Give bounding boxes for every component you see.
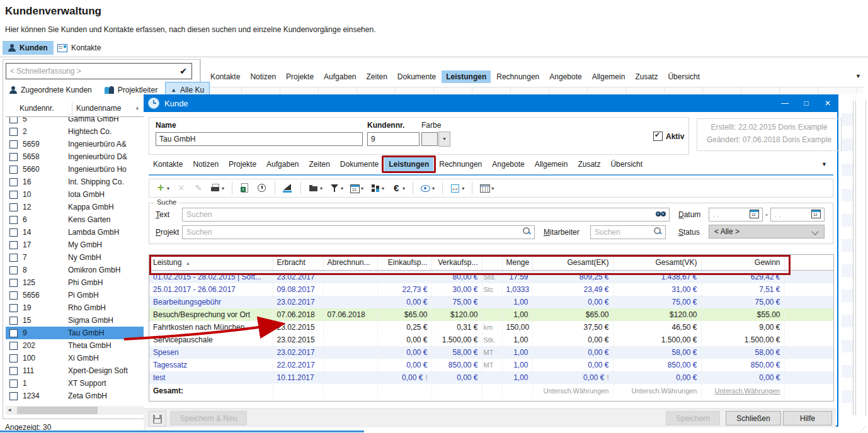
- dialog-titlebar[interactable]: Kunde — □ ✕: [144, 94, 838, 112]
- filter-button[interactable]: ▾: [328, 181, 345, 196]
- tab-leistungen[interactable]: Leistungen: [384, 157, 433, 171]
- tab-übersicht[interactable]: Übersicht: [606, 157, 647, 171]
- color-dropdown-button[interactable]: ▾: [438, 132, 450, 147]
- row-checkbox[interactable]: [9, 203, 18, 211]
- leistung-row[interactable]: Fahrtkosten nach München23.02.20150,25 €…: [149, 321, 833, 334]
- minimize-icon[interactable]: —: [774, 94, 796, 112]
- folder-button[interactable]: ▾: [307, 181, 324, 196]
- tab-kontakte[interactable]: Kontakte: [206, 70, 244, 83]
- eye-button[interactable]: ▾: [420, 181, 436, 196]
- row-checkbox[interactable]: [9, 166, 18, 174]
- assigned-customers-button[interactable]: Zugeordnete Kunden: [4, 82, 97, 98]
- resize-grip[interactable]: ⋰: [860, 425, 867, 432]
- maximize-icon[interactable]: □: [796, 94, 817, 112]
- row-checkbox[interactable]: [9, 254, 18, 262]
- chevron-down-icon[interactable]: ▼: [855, 73, 861, 79]
- projekt-search-input[interactable]: Suchen: [182, 225, 535, 239]
- row-checkbox[interactable]: [9, 317, 18, 325]
- leistung-row[interactable]: 25.01.2017 - 26.06.201709.08.201722,73 €…: [149, 283, 833, 296]
- save-icon-button[interactable]: [149, 411, 166, 427]
- tab-angebote[interactable]: Angebote: [545, 70, 586, 83]
- caret-down-icon[interactable]: ▾: [491, 186, 494, 191]
- tab-dokumente[interactable]: Dokumente: [393, 70, 440, 83]
- row-checkbox[interactable]: [9, 228, 18, 237]
- tab-kontakte[interactable]: Kontakte: [52, 41, 106, 55]
- calendar-icon[interactable]: [750, 210, 759, 218]
- table-button[interactable]: ▾: [479, 181, 495, 196]
- tab-zusatz[interactable]: Zusatz: [631, 70, 662, 83]
- table-header-row[interactable]: Leistung▲ Erbracht Abrechnun... Einkaufs…: [149, 255, 833, 271]
- text-search-input[interactable]: Suchen: [182, 208, 670, 222]
- row-checkbox[interactable]: [9, 178, 18, 186]
- save-and-new-button[interactable]: Speichern & Neu: [170, 411, 247, 425]
- row-checkbox[interactable]: [9, 367, 18, 375]
- row-checkbox[interactable]: [9, 342, 18, 350]
- leistung-row[interactable]: Servicepauschale23.02.20150,00 €1.500,00…: [149, 334, 833, 346]
- row-checkbox[interactable]: [9, 392, 18, 400]
- ramp-button[interactable]: [282, 181, 294, 196]
- tab-kunden[interactable]: Kunden: [3, 41, 54, 55]
- tab-projekte[interactable]: Projekte: [282, 70, 318, 83]
- tab-allgemein[interactable]: Allgemein: [530, 157, 573, 171]
- date-to-input[interactable]: . .: [770, 208, 825, 222]
- tab-zusatz[interactable]: Zusatz: [573, 157, 605, 171]
- leistung-row[interactable]: 01.02.2015 - 28.02.2015 | Soft...23.02.2…: [149, 271, 833, 284]
- tab-allgemein[interactable]: Allgemein: [588, 70, 630, 83]
- binoculars-icon[interactable]: [656, 211, 666, 217]
- leistung-row[interactable]: Tagessatz22.02.20170,00 €850,00 €MT1,000…: [149, 359, 833, 371]
- scrollbar-thumb[interactable]: [17, 407, 98, 414]
- row-checkbox[interactable]: [9, 354, 18, 363]
- tab-leistungen[interactable]: Leistungen: [442, 70, 491, 83]
- col-leistung[interactable]: Leistung▲: [149, 255, 273, 271]
- leistung-row[interactable]: test10.11.20170,00 €!0,00 €1,000,00 €!0,…: [149, 371, 833, 384]
- row-checkbox[interactable]: [9, 153, 18, 161]
- calendar-button[interactable]: ▾: [349, 181, 365, 196]
- leistung-row[interactable]: Besuch/Besprechung vor Ort07.06.201807.0…: [149, 308, 833, 321]
- gewinn-summary[interactable]: Untersch.Währungen: [701, 384, 784, 398]
- close-icon[interactable]: ✕: [817, 94, 838, 112]
- scroll-left-icon[interactable]: ◄: [7, 407, 12, 413]
- row-checkbox[interactable]: [9, 291, 18, 300]
- row-checkbox[interactable]: [9, 304, 18, 312]
- col-gesamt-ek[interactable]: Gesamt(EK): [532, 255, 613, 271]
- check-button[interactable]: ▾: [449, 181, 465, 196]
- quick-entry-input[interactable]: < Schnellerfassung > ✔: [6, 63, 192, 79]
- date-from-input[interactable]: . .: [709, 208, 763, 222]
- col-einheit[interactable]: [482, 255, 502, 271]
- tab-rechnungen[interactable]: Rechnungen: [492, 70, 544, 83]
- tab-aufgaben[interactable]: Aufgaben: [262, 157, 303, 171]
- magnifier-icon[interactable]: [654, 227, 662, 235]
- caret-down-icon[interactable]: ▾: [222, 186, 224, 191]
- row-checkbox[interactable]: [9, 191, 18, 199]
- row-checkbox[interactable]: [9, 380, 18, 388]
- mitarbeiter-search-input[interactable]: Suchen: [590, 225, 666, 239]
- close-button[interactable]: Schließen: [726, 411, 781, 425]
- row-checkbox[interactable]: [9, 216, 18, 224]
- chevron-down-icon[interactable]: ▼: [821, 161, 827, 167]
- help-button[interactable]: Hilfe: [783, 411, 832, 425]
- status-select[interactable]: < Alle >: [709, 225, 825, 239]
- calendar-icon[interactable]: [811, 210, 821, 218]
- tab-angebote[interactable]: Angebote: [488, 157, 528, 171]
- caret-down-icon[interactable]: ▾: [462, 186, 464, 191]
- save-button[interactable]: Speichern: [666, 411, 720, 425]
- col-gesamt-vk[interactable]: Gesamt(VK): [613, 255, 701, 271]
- euro-button[interactable]: €▾: [390, 181, 406, 196]
- row-checkbox[interactable]: [9, 128, 18, 136]
- caret-down-icon[interactable]: ▾: [167, 186, 169, 191]
- tab-notizen[interactable]: Notizen: [188, 157, 223, 171]
- tab-dokumente[interactable]: Dokumente: [336, 157, 383, 171]
- kundennr-field[interactable]: 9: [367, 132, 420, 146]
- row-checkbox[interactable]: [9, 140, 18, 149]
- col-gewinn[interactable]: Gewinn: [701, 255, 784, 271]
- tab-rechnungen[interactable]: Rechnungen: [435, 157, 486, 171]
- col-verkaufspreis[interactable]: Verkaufsp...: [431, 255, 482, 271]
- col-abrechnung[interactable]: Abrechnun...: [323, 255, 377, 271]
- aktiv-checkbox[interactable]: Aktiv: [653, 132, 684, 141]
- col-einkaufspreis[interactable]: Einkaufsp...: [377, 255, 431, 271]
- caret-down-icon[interactable]: ▾: [403, 186, 405, 191]
- tab-übersicht[interactable]: Übersicht: [663, 70, 704, 83]
- col-erbracht[interactable]: Erbracht: [273, 255, 323, 271]
- magnifier-icon[interactable]: [523, 227, 531, 235]
- color-swatch[interactable]: [421, 132, 438, 146]
